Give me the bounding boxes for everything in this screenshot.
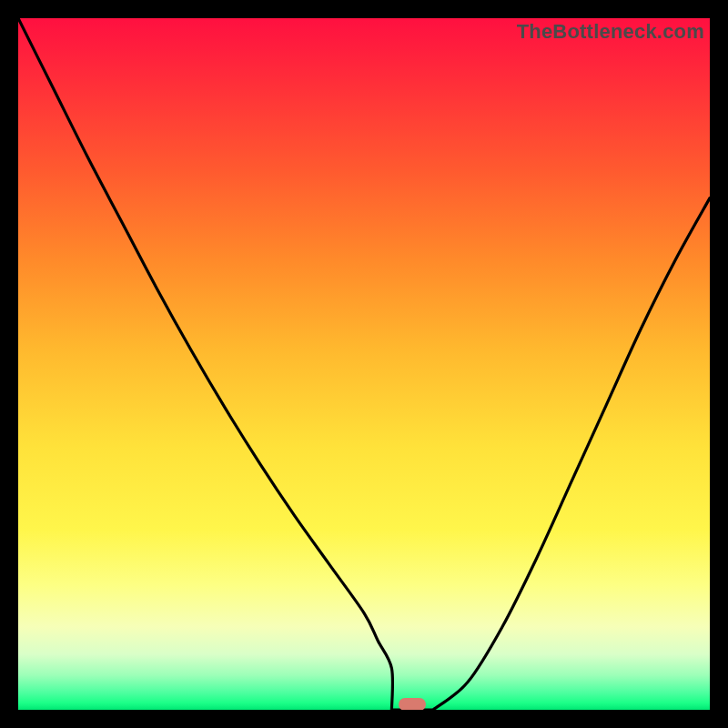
watermark-label: TheBottleneck.com <box>517 20 704 44</box>
optimal-marker <box>399 698 426 710</box>
bottleneck-curve <box>18 18 710 710</box>
plot-area: TheBottleneck.com <box>18 18 710 710</box>
chart-frame: TheBottleneck.com <box>0 0 728 728</box>
